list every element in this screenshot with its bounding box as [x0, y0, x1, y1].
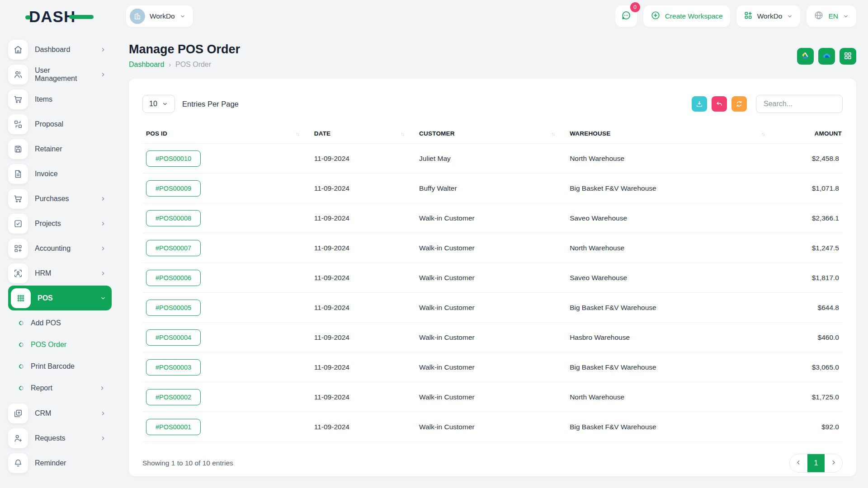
sidebar-sub-item-report[interactable]: Report: [8, 377, 112, 399]
sidebar-item-projects[interactable]: Projects: [8, 211, 112, 236]
sidebar-item-user-management[interactable]: User Management: [8, 62, 112, 87]
pos-id-badge[interactable]: #POS00010: [146, 150, 201, 167]
breadcrumb-separator-icon: ›: [169, 61, 171, 68]
pos-id-badge[interactable]: #POS00001: [146, 419, 201, 435]
sidebar-item-accounting[interactable]: Accounting: [8, 236, 112, 261]
sidebar-sub-item-print-barcode[interactable]: Print Barcode: [8, 356, 112, 377]
bell-icon: [8, 453, 28, 473]
column-header-warehouse[interactable]: WAREHOUSE↑↓: [566, 125, 776, 144]
sidebar-item-invoice[interactable]: Invoice: [8, 161, 112, 186]
company-menu[interactable]: WorkDo: [736, 5, 801, 27]
amount-cell: $92.0: [776, 412, 843, 442]
language-label: EN: [828, 12, 838, 20]
table-row: #POS00009 11-09-2024 Buffy Walter Big Ba…: [142, 174, 843, 203]
breadcrumb-current: POS Order: [175, 61, 211, 69]
breadcrumb-dashboard-link[interactable]: Dashboard: [129, 61, 164, 69]
sidebar-item-items[interactable]: Items: [8, 87, 112, 112]
customer-cell: Walk-in Customer: [415, 203, 566, 233]
date-cell: 11-09-2024: [311, 382, 415, 412]
chevron-right-icon: [100, 270, 106, 277]
sort-icon[interactable]: ↑↓: [761, 131, 764, 136]
amount-cell: $3,065.0: [776, 352, 843, 382]
column-header-date[interactable]: DATE↑↓: [311, 125, 415, 144]
workspace-selector[interactable]: WorkDo: [126, 5, 193, 27]
main-content: Manage POS Order Dashboard › POS Order 1…: [120, 33, 868, 476]
sidebar-item-purchases[interactable]: Purchases: [8, 186, 112, 211]
chevron-right-icon: [100, 410, 106, 417]
create-workspace-button[interactable]: Create Workspace: [643, 5, 730, 27]
column-header-amount[interactable]: AMOUNT: [776, 125, 843, 144]
column-header-customer[interactable]: CUSTOMER↑↓: [415, 125, 566, 144]
date-cell: 11-09-2024: [311, 263, 415, 293]
warehouse-cell: North Warehouse: [566, 144, 776, 174]
table-row: #POS00010 11-09-2024 Juliet May North Wa…: [142, 144, 843, 174]
logo-dot-icon: [25, 15, 31, 19]
previous-page-button[interactable]: [790, 454, 807, 472]
pos-id-badge[interactable]: #POS00005: [146, 300, 201, 316]
sidebar-item-crm[interactable]: CRM: [8, 401, 112, 426]
chevron-down-icon: [787, 13, 793, 19]
language-selector[interactable]: EN: [807, 5, 856, 27]
logo-dash-icon: [69, 15, 94, 19]
sort-icon[interactable]: ↑↓: [401, 131, 404, 136]
column-header-pos-id[interactable]: POS ID↑↓: [142, 125, 311, 144]
amount-cell: $2,366.1: [776, 203, 843, 233]
onedrive-icon: [822, 51, 831, 62]
pos-id-badge[interactable]: #POS00003: [146, 359, 201, 375]
bullet-icon: [18, 385, 24, 391]
app-logo[interactable]: DASH: [0, 9, 120, 24]
google-drive-button[interactable]: [797, 48, 814, 65]
pos-id-badge[interactable]: #POS00009: [146, 180, 201, 197]
undo-button[interactable]: [712, 96, 727, 112]
sort-icon[interactable]: ↑↓: [296, 131, 299, 136]
customer-cell: Walk-in Customer: [415, 323, 566, 352]
refresh-button[interactable]: [731, 96, 747, 112]
sort-icon[interactable]: ↑↓: [551, 131, 554, 136]
pos-icon: [11, 288, 31, 308]
date-cell: 11-09-2024: [311, 233, 415, 263]
apps-grid-button[interactable]: [840, 48, 856, 65]
table-row: #POS00001 11-09-2024 Walk-in Customer Bi…: [142, 412, 843, 442]
pos-id-badge[interactable]: #POS00007: [146, 240, 201, 256]
pos-id-badge[interactable]: #POS00006: [146, 270, 201, 286]
entries-per-page-value: 10: [149, 100, 157, 108]
proposal-icon: [8, 114, 28, 134]
breadcrumb: Dashboard › POS Order: [129, 61, 240, 69]
page-number-button[interactable]: 1: [807, 454, 825, 472]
warehouse-cell: Big Basket F&V Warehouse: [566, 293, 776, 323]
next-page-button[interactable]: [825, 454, 842, 472]
pos-id-badge[interactable]: #POS00008: [146, 210, 201, 226]
customer-cell: Walk-in Customer: [415, 412, 566, 442]
page-title: Manage POS Order: [129, 42, 240, 56]
amount-cell: $1,071.8: [776, 174, 843, 203]
chevron-right-icon: [99, 385, 105, 391]
sidebar-item-retainer[interactable]: Retainer: [8, 136, 112, 161]
date-cell: 11-09-2024: [311, 293, 415, 323]
pos-id-badge[interactable]: #POS00004: [146, 329, 201, 346]
chevron-right-icon: [100, 245, 106, 252]
onedrive-button[interactable]: [818, 48, 835, 65]
sidebar-sub-item-pos-order[interactable]: POS Order: [8, 334, 112, 356]
sidebar-item-reminder[interactable]: Reminder: [8, 450, 112, 475]
bullet-icon: [18, 342, 24, 348]
users-icon: [8, 65, 28, 84]
cart-icon: [8, 89, 28, 109]
sidebar-item-pos[interactable]: POS: [8, 286, 112, 310]
sidebar-sub-item-add-pos[interactable]: Add POS: [8, 312, 112, 334]
download-button[interactable]: [692, 96, 707, 112]
messages-button[interactable]: 0: [615, 5, 637, 27]
sidebar-item-requests[interactable]: Requests: [8, 426, 112, 450]
search-input[interactable]: [756, 95, 843, 113]
sidebar-submenu: Add POS POS Order Print Barcode Report: [8, 310, 112, 401]
chevron-left-icon: [795, 459, 802, 467]
messages-badge: 0: [630, 2, 640, 12]
amount-cell: $2,458.8: [776, 144, 843, 174]
date-cell: 11-09-2024: [311, 144, 415, 174]
sidebar-item-proposal[interactable]: Proposal: [8, 112, 112, 136]
table-toolbar: [692, 95, 843, 113]
pos-id-badge[interactable]: #POS00002: [146, 389, 201, 405]
sidebar-item-dashboard[interactable]: Dashboard: [8, 37, 112, 62]
sidebar-item-hrm[interactable]: HRM: [8, 261, 112, 286]
warehouse-cell: Big Basket F&V Warehouse: [566, 174, 776, 203]
entries-per-page-select[interactable]: 10: [142, 95, 175, 113]
